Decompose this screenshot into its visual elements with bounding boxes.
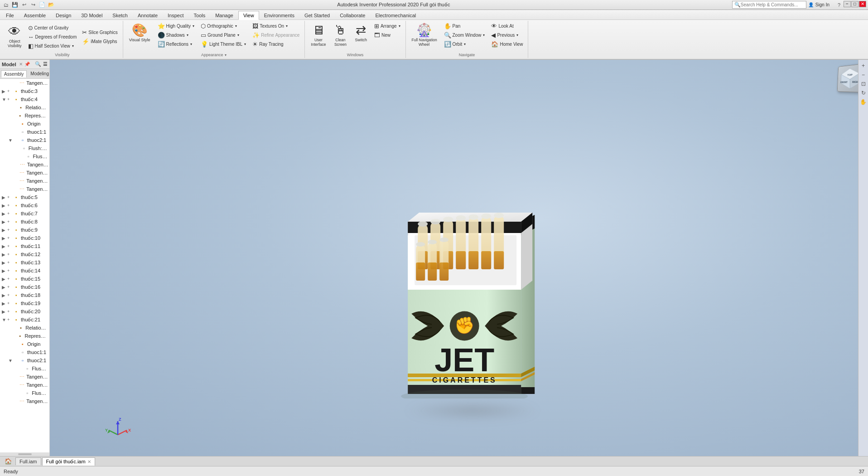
quick-access-toolbar[interactable]: 🗂 💾 ↩ ↪ 📄 📂: [2, 1, 55, 9]
tree-add-btn[interactable]: +: [7, 219, 13, 224]
doc-tab[interactable]: Full.iam: [15, 457, 41, 465]
pan-btn[interactable]: ✋ Pan: [442, 22, 487, 30]
high-quality-btn[interactable]: ⭐ High Quality ▾: [155, 22, 197, 30]
tree-item[interactable]: ▶+▪thuốc:10: [0, 234, 49, 242]
ribbon-tab-sketch[interactable]: Sketch: [107, 11, 133, 19]
ribbon-tab-get-started[interactable]: Get Started: [299, 11, 335, 19]
tree-item[interactable]: ▶+▪thuốc:5: [0, 193, 49, 201]
tree-add-btn[interactable]: +: [7, 89, 13, 93]
previous-btn[interactable]: ◀ Previous ▾: [489, 31, 525, 39]
tree-add-btn[interactable]: +: [7, 195, 13, 199]
textures-on-btn[interactable]: 🖼 Textures On ▾: [250, 22, 302, 30]
tree-expand-btn[interactable]: ▶: [2, 236, 7, 241]
switch-btn[interactable]: ⇄ Switch: [352, 22, 370, 45]
tree-item[interactable]: ▼+▪thuốc:4: [0, 95, 49, 103]
reflections-btn[interactable]: 🔄 Reflections ▾: [155, 40, 197, 49]
tree-item[interactable]: ▶+▪thuốc:19: [0, 299, 49, 307]
object-visibility-btn[interactable]: 👁 Object Visibility: [5, 23, 25, 50]
ribbon-tab-design[interactable]: Design: [51, 11, 76, 19]
look-at-btn[interactable]: 👁 Look At: [489, 22, 525, 30]
ribbon-tab-manage[interactable]: Manage: [210, 11, 238, 19]
zoom-in-btn[interactable]: +: [859, 62, 868, 70]
center-of-gravity-btn[interactable]: ⊙ Center of Gravity: [26, 24, 79, 32]
viewport[interactable]: JET CIGARETTES ✊: [50, 60, 868, 456]
tree-item[interactable]: ⋯Tangent:6: [0, 160, 49, 169]
tree-item[interactable]: ▫Flush:2 (3.000: [0, 144, 49, 152]
tree-item[interactable]: ▪Representations: [0, 332, 49, 340]
tree-scroll-handle[interactable]: [0, 452, 49, 456]
zoom-fit-btn[interactable]: ⊡: [859, 80, 868, 88]
ribbon-tab-view[interactable]: View: [238, 11, 259, 20]
tree-add-btn[interactable]: +: [7, 309, 13, 314]
tree-item[interactable]: ⋯Tangent:13: [0, 169, 49, 177]
tree-item[interactable]: ▼▫thuoc2:1: [0, 356, 49, 364]
tree-item[interactable]: ▫thuoc1:1: [0, 348, 49, 356]
tree-item[interactable]: ▶+▪thuốc:3: [0, 87, 49, 95]
open-btn[interactable]: 📂: [47, 1, 55, 9]
tree-expand-btn[interactable]: ▶: [2, 219, 7, 224]
tree-item[interactable]: ▶+▪thuốc:18: [0, 291, 49, 299]
tree-item[interactable]: ▶+▪thuốc:11: [0, 242, 49, 250]
undo-btn[interactable]: ↩: [20, 1, 28, 9]
tree-expand-btn[interactable]: ▶: [2, 293, 7, 298]
refine-appearance-btn[interactable]: ✨ Refine Appearance: [250, 31, 302, 39]
ribbon-tab-inspect[interactable]: Inspect: [163, 11, 188, 19]
tree-expand-btn[interactable]: ▶: [2, 268, 7, 273]
shadows-btn[interactable]: 🌑 Shadows ▾: [155, 31, 197, 39]
tree-item[interactable]: ▫Flush:21: [0, 364, 49, 373]
tree-expand-btn[interactable]: ▶: [2, 228, 7, 233]
tree-add-btn[interactable]: +: [7, 277, 13, 281]
imate-glyphs-btn[interactable]: ⚡ iMate Glyphs: [80, 37, 120, 46]
tree-item[interactable]: ▶+▪thuốc:8: [0, 218, 49, 226]
ray-tracing-btn[interactable]: ☀ Ray Tracing: [250, 40, 302, 49]
tree-item[interactable]: ▪Representations: [0, 112, 49, 120]
tree-expand-btn[interactable]: ▼: [8, 358, 14, 363]
help-btn[interactable]: ?: [835, 1, 843, 9]
home-view-btn[interactable]: 🏠 Home View: [489, 40, 525, 49]
tree-add-btn[interactable]: +: [7, 203, 13, 208]
tree-item[interactable]: ▪Origin: [0, 340, 49, 348]
doc-tab-close-btn[interactable]: ✕: [87, 459, 91, 464]
tree-item[interactable]: ▫Flush:23: [0, 389, 49, 397]
tab-assembly[interactable]: Assembly: [1, 70, 27, 78]
tree-add-btn[interactable]: +: [7, 285, 13, 289]
tree-add-btn[interactable]: +: [7, 252, 13, 257]
tree-expand-btn[interactable]: ▶: [2, 285, 7, 290]
ground-plane-btn[interactable]: ▭ Ground Plane ▾: [198, 31, 248, 39]
ribbon-tab-annotate[interactable]: Annotate: [133, 11, 163, 19]
zoom-window-btn[interactable]: 🔍 Zoom Window ▾: [442, 31, 487, 39]
full-navigation-wheel-btn[interactable]: 🎡 Full Navigation Wheel: [409, 22, 440, 49]
tree-expand-btn[interactable]: ▶: [2, 195, 7, 200]
maximize-btn[interactable]: □: [851, 1, 858, 7]
file-menu-btn[interactable]: 🗂: [2, 1, 10, 9]
tree-item[interactable]: ▫Flush:3: [0, 152, 49, 160]
tree-expand-btn[interactable]: ▶: [2, 203, 7, 208]
orthographic-btn[interactable]: ⬡ Orthographic ▾: [198, 22, 248, 30]
zoom-out-btn[interactable]: −: [859, 71, 868, 79]
tree-add-btn[interactable]: +: [7, 301, 13, 306]
tree-item[interactable]: ▶+▪thuốc:14: [0, 267, 49, 275]
tree-item[interactable]: ▪Relationships: [0, 103, 49, 112]
tree-item[interactable]: ⋯Tangent:30: [0, 373, 49, 381]
tree-item[interactable]: ▶+▪thuốc:13: [0, 258, 49, 267]
ribbon-tab-3d-model[interactable]: 3D Model: [76, 11, 107, 19]
close-btn[interactable]: ✕: [859, 1, 866, 7]
tree-item[interactable]: ▼▫thuoc2:1: [0, 136, 49, 144]
sign-in-label[interactable]: Sign In: [815, 2, 829, 7]
tree-expand-btn[interactable]: ▶: [2, 244, 7, 249]
redo-btn[interactable]: ↪: [29, 1, 37, 9]
new-window-btn[interactable]: 🗔 New: [372, 31, 403, 39]
tree-expand-btn[interactable]: ▶: [2, 260, 7, 265]
tree-expand-btn[interactable]: ▶: [2, 252, 7, 257]
doc-tab[interactable]: Full gói thuốc.iam✕: [42, 457, 95, 466]
tree-expand-btn[interactable]: ▶: [2, 277, 7, 282]
panel-pin-icon[interactable]: 📌: [24, 62, 30, 67]
tree-item[interactable]: ⋯Tangent:31: [0, 381, 49, 389]
tree-add-btn[interactable]: +: [7, 268, 13, 273]
tree-expand-btn[interactable]: ▶: [2, 301, 7, 306]
tree-item[interactable]: ▫thuoc1:1: [0, 128, 49, 136]
tree-item[interactable]: ▼+▪thuốc:21: [0, 316, 49, 324]
visual-style-btn[interactable]: 🎨 Visual Style: [126, 22, 154, 45]
clean-screen-btn[interactable]: 🖱 Clean Screen: [331, 22, 350, 49]
ribbon-tab-electromechanical[interactable]: Electromechanical: [370, 11, 421, 19]
